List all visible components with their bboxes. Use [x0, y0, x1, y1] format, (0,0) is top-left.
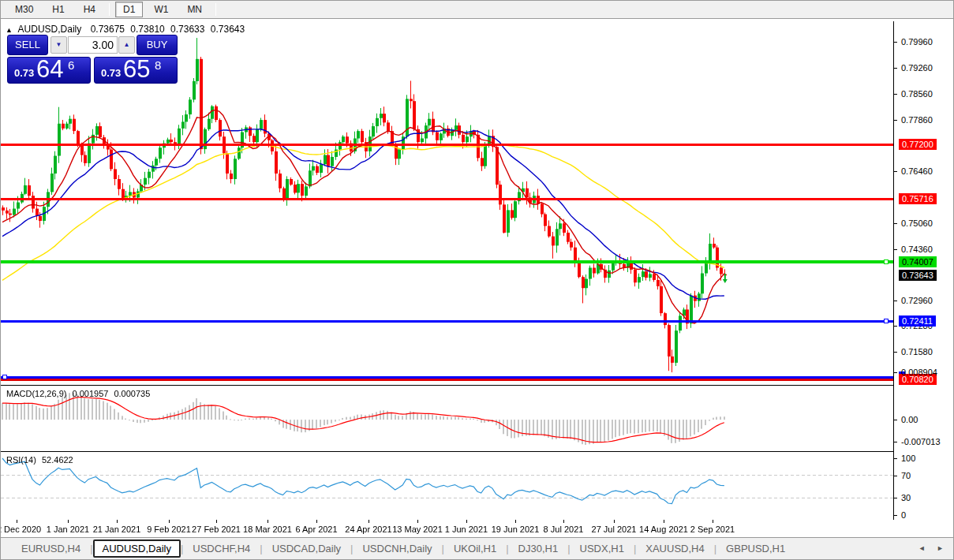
ohlc-high: 0.73810: [130, 24, 164, 35]
price-tick-label: 0.79260: [901, 63, 933, 73]
chart-tab-ukoil[interactable]: UKOil,H1: [444, 540, 506, 557]
tabs-scroll-right-icon[interactable]: ►: [937, 544, 948, 552]
price-tick-label: 0.78560: [901, 89, 933, 99]
time-tick: [169, 520, 170, 523]
timeframe-button-h4[interactable]: H4: [76, 2, 103, 17]
price-tick: [893, 94, 897, 95]
chart-tab-gbpusd[interactable]: GBPUSD,H1: [716, 540, 795, 557]
ohlc-low: 0.73633: [170, 24, 204, 35]
chart-tab-eurusd[interactable]: EURUSD,H4: [12, 540, 90, 557]
collapse-subwindow-icon[interactable]: ▲: [6, 26, 13, 34]
time-tick-label: 27 Jul 2021: [592, 525, 637, 534]
time-tick-label: 19 Jun 2021: [492, 525, 540, 534]
chart-tab-xauusd[interactable]: XAUUSD,H4: [636, 540, 713, 557]
price-axis[interactable]: 0.799600.792600.785600.778600.764600.750…: [894, 21, 954, 520]
mt4-window: M30H1H4D1W1MN 0.799600.792600.785600.778…: [0, 0, 954, 560]
price-tick: [893, 223, 897, 224]
hline-price-badge[interactable]: 0.72411: [899, 315, 936, 327]
volume-input[interactable]: [68, 36, 118, 54]
ask-price-prefix: 0.73: [101, 67, 121, 79]
hline-price-badge[interactable]: 0.77200: [899, 139, 937, 150]
rsi-tick-label: 0: [901, 510, 906, 520]
time-tick-label: 21 Jan 2021: [93, 525, 141, 534]
rsi-indicator-canvas[interactable]: [1, 453, 893, 520]
timeframe-button-h1[interactable]: H1: [44, 2, 72, 17]
tabs-scroll-left-icon[interactable]: ◄: [918, 544, 930, 552]
chart-tab-dj30[interactable]: DJ30,H1: [509, 540, 568, 557]
hline-price-badge[interactable]: 0.74007: [899, 256, 937, 267]
time-tick: [713, 520, 713, 523]
panel-divider[interactable]: [1, 451, 893, 452]
timeframe-button-d1[interactable]: D1: [115, 2, 143, 17]
chart-tab-usdx[interactable]: USDX,H1: [571, 540, 634, 557]
time-tick-label: 2 Sep 2021: [690, 525, 735, 534]
time-tick-label: 8 Jul 2021: [544, 525, 584, 534]
ask-price-main: 65: [123, 55, 150, 84]
timeframe-button-m30[interactable]: M30: [7, 2, 41, 17]
toolbar-separator: [109, 3, 110, 16]
volume-decrease-button[interactable]: ▼: [51, 36, 67, 54]
price-tick: [893, 42, 897, 43]
price-tick: [893, 120, 897, 121]
timeframe-button-mn[interactable]: MN: [179, 2, 210, 17]
ask-price-pip: 8: [155, 58, 161, 72]
macd-tick: [893, 442, 897, 442]
time-tick: [563, 520, 564, 523]
bid-price-prefix: 0.73: [14, 67, 34, 79]
time-tick-label: 9 Feb 2021: [147, 525, 191, 534]
time-tick-label: 27 Feb 2021: [192, 525, 241, 534]
time-tick: [267, 520, 268, 523]
time-tick: [664, 520, 664, 523]
time-tick: [614, 520, 615, 523]
buy-button[interactable]: BUY: [137, 35, 178, 55]
symbol-name: AUDUSD,Daily: [18, 24, 82, 35]
chart-tab-usdchf[interactable]: USDCHF,H4: [183, 540, 260, 557]
time-axis[interactable]: 12 Dec 20201 Jan 202121 Jan 20219 Feb 20…: [1, 520, 893, 539]
rsi-tick-label: 70: [901, 471, 911, 480]
chart-area: 0.799600.792600.785600.778600.764600.750…: [1, 21, 954, 539]
bid-price-main: 64: [36, 55, 63, 84]
price-tick-label: 0.76460: [901, 166, 933, 176]
time-tick-label: 14 Aug 2021: [639, 525, 688, 534]
rsi-tick: [893, 515, 897, 516]
rsi-tick: [893, 498, 897, 498]
price-tick: [893, 249, 897, 250]
macd-tick-label: 0.008904: [901, 368, 937, 377]
toolbar-separator: [215, 3, 216, 16]
time-tick: [216, 520, 217, 523]
rsi-tick-label: 30: [901, 493, 911, 502]
one-click-trade-panel: SELL ▼ ▲ BUY 0.73 64 6 0.73 65 8: [7, 35, 178, 84]
panel-divider[interactable]: [1, 385, 893, 386]
time-tick: [466, 520, 467, 523]
hline-price-badge[interactable]: 0.75716: [899, 193, 937, 204]
time-tick-label: 1 Jun 2021: [445, 525, 488, 534]
chart-tab-bar: EURUSD,H4|AUDUSD,Daily|USDCHF,H4|USDCAD,…: [1, 537, 954, 559]
volume-increase-button[interactable]: ▲: [118, 36, 135, 54]
time-tick-label: 6 Apr 2021: [295, 525, 337, 534]
current-price-badge: 0.73643: [899, 270, 937, 281]
price-tick-label: 0.74360: [901, 245, 933, 254]
time-tick: [68, 520, 69, 523]
price-tick: [893, 326, 897, 327]
price-tick-label: 0.72960: [901, 296, 933, 305]
chart-title: ▲ AUDUSD,Daily 0.73675 0.73810 0.73633 0…: [6, 24, 245, 35]
bid-price-button[interactable]: 0.73 64 6: [7, 57, 91, 84]
time-tick-label: 12 Dec 2020: [1, 525, 41, 534]
time-tick: [515, 520, 516, 523]
timeframe-button-w1[interactable]: W1: [146, 2, 176, 17]
chart-tab-usdcad[interactable]: USDCAD,Daily: [263, 540, 350, 557]
chart-tab-usdcnh[interactable]: USDCNH,Daily: [353, 540, 441, 557]
price-tick-label: 0.71580: [901, 347, 933, 357]
sell-button[interactable]: SELL: [7, 35, 48, 55]
chart-tab-audusd[interactable]: AUDUSD,Daily: [93, 539, 181, 558]
price-tick: [893, 68, 897, 69]
timeframe-toolbar: M30H1H4D1W1MN: [1, 1, 954, 19]
time-tick-label: 1 Jan 2021: [47, 525, 89, 534]
ask-price-button[interactable]: 0.73 65 8: [94, 57, 178, 84]
rsi-tick: [893, 476, 897, 476]
time-tick-label: 18 Mar 2021: [243, 525, 292, 534]
price-tick: [893, 171, 897, 172]
macd-tick: [893, 420, 897, 420]
price-tick: [893, 301, 897, 301]
time-tick: [17, 520, 17, 523]
